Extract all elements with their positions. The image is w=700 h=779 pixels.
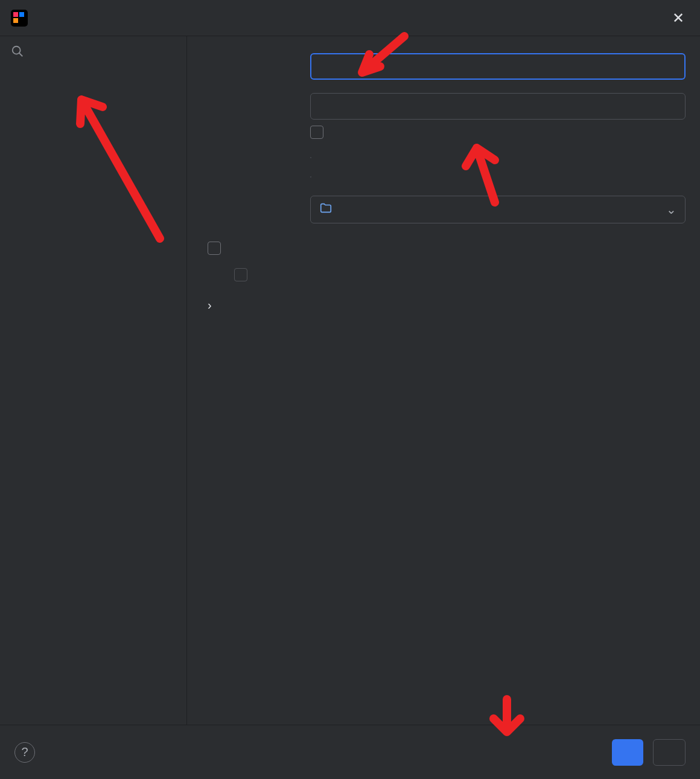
sample-code-checkbox[interactable]	[208, 242, 221, 255]
language-segmented	[310, 157, 311, 158]
svg-point-4	[13, 46, 21, 54]
help-icon[interactable]: ?	[14, 742, 35, 763]
svg-rect-1	[13, 12, 18, 17]
name-input[interactable]	[310, 53, 686, 80]
app-logo-icon	[11, 10, 28, 27]
svg-rect-3	[13, 18, 18, 23]
close-icon[interactable]: ✕	[667, 7, 689, 29]
build-segmented	[310, 176, 311, 178]
onboarding-checkbox	[234, 268, 247, 281]
chevron-down-icon: ⌄	[666, 202, 676, 217]
sidebar	[0, 36, 187, 725]
chevron-right-icon: ›	[208, 298, 212, 312]
create-button[interactable]	[612, 739, 643, 766]
form-content: ⌄ ›	[187, 36, 700, 725]
git-checkbox[interactable]	[310, 126, 323, 139]
folder-icon	[319, 202, 332, 218]
svg-rect-2	[19, 12, 24, 17]
advanced-settings-toggle[interactable]: ›	[208, 298, 686, 312]
search-icon[interactable]	[11, 47, 24, 60]
cancel-button[interactable]	[653, 739, 686, 766]
titlebar: ✕	[0, 0, 700, 36]
generators-section-label	[0, 67, 186, 83]
location-input[interactable]	[310, 93, 686, 120]
footer: ?	[0, 725, 700, 779]
jdk-dropdown[interactable]: ⌄	[310, 196, 686, 223]
svg-line-5	[19, 53, 23, 57]
